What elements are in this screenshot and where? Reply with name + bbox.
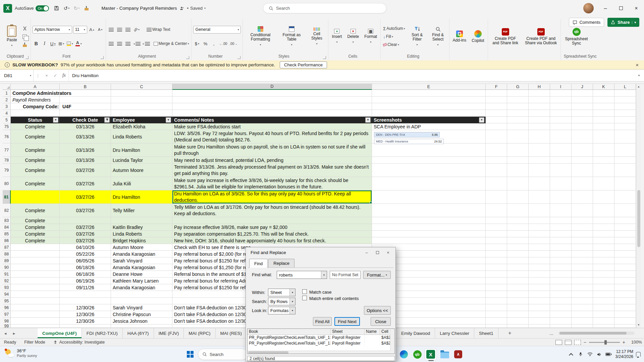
find-results-list[interactable]: BookSheetNameCellPR_PayrollRegisterCheck…: [247, 328, 395, 354]
sheet-tab-mai-res-[interactable]: MAI (RES): [216, 328, 247, 338]
row-header[interactable]: 98: [3, 318, 11, 324]
cell[interactable]: [11, 90, 60, 97]
cell[interactable]: [11, 110, 60, 117]
cell[interactable]: [550, 298, 572, 304]
page-layout-view-button[interactable]: [565, 340, 572, 345]
status-cell[interactable]: Complete: [11, 224, 60, 231]
cell[interactable]: [486, 123, 507, 130]
within-select[interactable]: Sheet▾: [268, 289, 296, 296]
status-cell[interactable]: Complete: [11, 164, 60, 177]
chevron-down-icon[interactable]: ▾: [289, 307, 295, 314]
cell[interactable]: [507, 244, 529, 251]
cell[interactable]: [529, 257, 550, 264]
employee-cell[interactable]: Jessica Johnson: [111, 318, 172, 324]
cell[interactable]: [507, 97, 529, 103]
comment-cell[interactable]: Make sure FSA deductions start: [172, 123, 372, 130]
cell[interactable]: [11, 97, 60, 103]
cell[interactable]: [507, 237, 529, 244]
employee-cell[interactable]: Kathleen Mary Larsen: [111, 278, 172, 284]
fill-button[interactable]: ↓Fill▾: [382, 33, 406, 40]
cell[interactable]: [507, 123, 529, 130]
cell[interactable]: [486, 164, 507, 177]
cell[interactable]: [486, 284, 507, 291]
cell[interactable]: [550, 318, 572, 324]
cell[interactable]: [486, 251, 507, 257]
notification-icon[interactable]: [636, 352, 641, 357]
chevron-down-icon[interactable]: ▾: [289, 298, 295, 305]
table-header-screenshots[interactable]: Screenshots▾: [372, 117, 486, 123]
borders-button[interactable]: ⊞▾: [58, 40, 65, 47]
cell[interactable]: [614, 117, 636, 123]
row-header[interactable]: 76: [3, 130, 11, 143]
cell[interactable]: [593, 291, 614, 298]
cell[interactable]: [550, 204, 572, 217]
results-hscrollbar[interactable]: [248, 351, 390, 354]
screenshot-thumbnail[interactable]: MED - Health Insurance24.52: [374, 139, 444, 144]
cell[interactable]: [593, 264, 614, 271]
cell[interactable]: [529, 291, 550, 298]
cell[interactable]: [550, 291, 572, 298]
volume-icon[interactable]: [595, 346, 604, 362]
check-date-cell[interactable]: 03/27/26: [60, 190, 111, 204]
status-cell[interactable]: Complete: [11, 204, 60, 217]
cell[interactable]: [614, 284, 636, 291]
sheet-tab-compone-u4f-[interactable]: CompOne (U4F): [38, 328, 82, 338]
check-date-cell[interactable]: 06/05/26: [60, 257, 111, 264]
column-header-G[interactable]: G: [507, 84, 529, 90]
cell[interactable]: [529, 311, 550, 318]
cell[interactable]: [60, 110, 111, 117]
cell[interactable]: [572, 130, 593, 143]
document-title[interactable]: Master - Company Payroll Reminders: [101, 6, 177, 11]
cell[interactable]: [550, 97, 572, 103]
cell[interactable]: [593, 237, 614, 244]
name-box[interactable]: D81▾: [0, 70, 34, 81]
sheet-tab-emily-dawood[interactable]: Emily Dawood: [396, 328, 435, 338]
column-header-C[interactable]: C: [111, 84, 172, 90]
increase-indent-button[interactable]: ▸: [142, 40, 151, 47]
battery-icon[interactable]: [604, 346, 613, 362]
cell[interactable]: [593, 251, 614, 257]
employee-cell[interactable]: [111, 291, 172, 298]
weather-widget[interactable]: 36°F Partly sunny: [5, 348, 37, 358]
cell-styles-button[interactable]: Cell Styles▾: [307, 26, 326, 47]
taskbar-acrobat-icon[interactable]: A: [452, 348, 464, 360]
cell[interactable]: [486, 117, 507, 123]
fill-color-button[interactable]: ▾: [66, 40, 74, 47]
status-cell[interactable]: Complete: [11, 143, 60, 157]
status-cell[interactable]: [11, 284, 60, 291]
check-date-cell[interactable]: 04/10/26: [60, 244, 111, 251]
cell[interactable]: [372, 110, 486, 117]
cell[interactable]: [614, 244, 636, 251]
conditional-formatting-button[interactable]: Conditional Formatting▾: [245, 25, 276, 48]
cell[interactable]: [593, 298, 614, 304]
check-date-cell[interactable]: 03/27/26: [60, 164, 111, 177]
sheet-nav-right-icon[interactable]: ▸: [10, 328, 18, 338]
align-top-button[interactable]: [108, 26, 115, 33]
minimize-button[interactable]: –: [598, 0, 613, 16]
cell[interactable]: [593, 130, 614, 143]
cell[interactable]: [529, 251, 550, 257]
status-cell[interactable]: [11, 271, 60, 278]
cell[interactable]: [486, 217, 507, 224]
cell[interactable]: [550, 90, 572, 97]
create-pdf-share-link-button[interactable]: PDFCreate PDF and Share link: [490, 27, 521, 46]
horizontal-scrollbar[interactable]: [558, 331, 635, 335]
zoom-slider[interactable]: [589, 342, 620, 343]
dismiss-warning-icon[interactable]: ×: [636, 62, 639, 68]
row-header[interactable]: 88: [3, 251, 11, 257]
cell[interactable]: [572, 237, 593, 244]
cell[interactable]: [550, 311, 572, 318]
cell[interactable]: [529, 264, 550, 271]
close-dialog-button[interactable]: Close: [371, 317, 391, 326]
cell[interactable]: [486, 291, 507, 298]
cell[interactable]: [486, 278, 507, 284]
close-button[interactable]: ×: [629, 0, 644, 16]
cell[interactable]: [507, 90, 529, 97]
cell[interactable]: [614, 257, 636, 264]
normal-view-button[interactable]: [555, 340, 562, 345]
cell[interactable]: [550, 264, 572, 271]
cell[interactable]: [529, 318, 550, 324]
result-column-cell[interactable]: Cell: [380, 329, 391, 335]
column-header-I[interactable]: I: [550, 84, 572, 90]
check-date-cell[interactable]: 03/27/26: [60, 237, 111, 244]
